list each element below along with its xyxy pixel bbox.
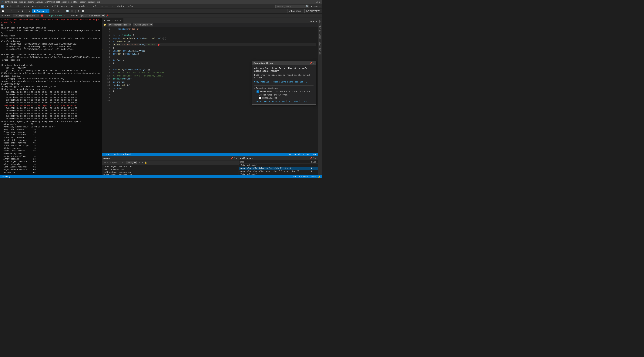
output-close-icon[interactable]: ✕ bbox=[236, 157, 237, 160]
call-stack-row[interactable]: example3.exe!main(int argc, char * * arg… bbox=[239, 170, 318, 173]
issues-indicator[interactable]: ⚠ No issues found bbox=[111, 153, 130, 156]
line-ending[interactable]: CRLF bbox=[312, 154, 316, 156]
menu-help[interactable]: Help bbox=[126, 5, 134, 8]
threads-icon[interactable]: ≡ bbox=[77, 9, 81, 13]
minimize-btn[interactable]: ─ bbox=[313, 0, 315, 4]
terminal-line: Stack right redzone: f3 bbox=[1, 139, 101, 142]
pin-icon[interactable]: 📌 bbox=[106, 14, 109, 17]
terminal-panel: =76188==ERROR: AddressSanitizer: stack-u… bbox=[0, 18, 102, 175]
tab-label: example3.cpp bbox=[104, 19, 119, 22]
search-input[interactable] bbox=[276, 5, 309, 8]
thread-dropdown[interactable]: [49724] Main Thread bbox=[80, 14, 104, 17]
gutter-line bbox=[102, 32, 104, 36]
scroll-left-icon[interactable]: ◀ bbox=[310, 20, 312, 23]
app-title: example3 bbox=[311, 5, 321, 8]
files-dropdown[interactable]: Miscellaneous Files bbox=[108, 23, 131, 26]
chevron-down-icon[interactable]: ▼ bbox=[254, 88, 255, 89]
call-stack-row[interactable]: [External Code] bbox=[239, 164, 318, 167]
output-source-dropdown[interactable]: Debug bbox=[126, 161, 137, 164]
notification-icon[interactable]: 🔔 bbox=[318, 176, 320, 178]
close-all-icon[interactable]: ✕ bbox=[315, 20, 318, 23]
terminal-line: Shadow byte legend (one shadow byte repr… bbox=[1, 120, 101, 123]
menu-file[interactable]: File bbox=[6, 5, 14, 8]
nav-fwd-icon[interactable]: ▶ bbox=[21, 9, 25, 13]
output-panel-controls: 📌 □ ✕ bbox=[230, 157, 237, 160]
code-line-1: #include <stdio.h> bbox=[113, 28, 316, 31]
exception-desc-title: Address Sanitizer Error: Use of out-of-s… bbox=[254, 67, 314, 72]
menu-extensions[interactable]: Extensions bbox=[100, 5, 115, 8]
title-bar: ⬡ C:\MSDN\cpp-docs-pr\docs\c-language\AS… bbox=[0, 0, 322, 4]
output-pin-icon[interactable]: 📌 bbox=[230, 157, 233, 160]
stop-icon[interactable]: ⬛ bbox=[70, 9, 74, 13]
start-icon[interactable]: ▶ bbox=[28, 9, 32, 13]
solution-explorer-btn[interactable]: Solution Explorer bbox=[319, 19, 321, 40]
output-maximize-icon[interactable]: □ bbox=[234, 157, 235, 160]
edit-conditions-link[interactable]: Edit Conditions bbox=[288, 100, 306, 102]
title-path: C:\MSDN\cpp-docs-pr\docs\c-language\ASAN… bbox=[5, 1, 313, 3]
redo-icon[interactable]: ↪ bbox=[10, 9, 14, 13]
copy-details-link[interactable]: Copy Details bbox=[254, 81, 269, 83]
open-exception-settings-link[interactable]: Open Exception Settings bbox=[256, 100, 285, 102]
break-on-throw-checkbox[interactable] bbox=[256, 90, 259, 93]
menu-analyze[interactable]: Analyze bbox=[78, 5, 90, 8]
live-share-button[interactable]: ↗ Live Share bbox=[287, 9, 303, 13]
call-stack-pin-icon[interactable]: 📌 bbox=[310, 157, 312, 160]
spacing-mode[interactable]: SPC bbox=[306, 154, 310, 156]
menu-tools[interactable]: Tools bbox=[90, 5, 99, 8]
maximize-btn[interactable]: □ bbox=[316, 0, 318, 4]
nav-back-icon[interactable]: ◀ bbox=[16, 9, 20, 13]
link-separator: | bbox=[271, 81, 272, 83]
live-share-session-link[interactable]: Start Live Share session... bbox=[274, 81, 307, 83]
menu-git[interactable]: Git bbox=[31, 5, 38, 8]
example3exe-checkbox[interactable] bbox=[259, 97, 261, 99]
close-btn[interactable]: ✕ bbox=[319, 0, 320, 4]
call-stack-row[interactable]: [External Code] bbox=[239, 173, 318, 175]
continue-button[interactable]: ▶ Continue ▼ bbox=[32, 9, 50, 13]
tab-close-icon[interactable]: ✕ bbox=[120, 19, 121, 22]
vs-icon: ⬡ bbox=[2, 1, 4, 4]
call-stack-row-active[interactable]: example3.exe!IntHolder::~IntHolder() Lin… bbox=[239, 167, 318, 170]
output-panel-header: Output 📌 □ ✕ bbox=[102, 156, 238, 160]
call-stack-header: Call Stack 📌 □ ✕ bbox=[239, 156, 318, 160]
clear-output-icon[interactable]: ⊗ bbox=[139, 162, 140, 164]
terminal-line: 0x3025ff40: 00 00 00 00 00 00 00 00 00 0… bbox=[1, 107, 101, 110]
toggle-word-wrap-icon[interactable]: ≡ bbox=[142, 162, 143, 164]
code-editor[interactable]: ➜ 12345 678910 1112131415 1617181920 212… bbox=[102, 27, 318, 153]
scroll-right-icon[interactable]: ▶ bbox=[312, 20, 315, 23]
continue-dropdown-icon[interactable]: ▼ bbox=[46, 10, 47, 12]
undo-icon[interactable]: ↩ bbox=[5, 9, 10, 13]
menu-debug[interactable]: Debug bbox=[60, 5, 69, 8]
pin-popup-icon[interactable]: 📌 bbox=[309, 62, 312, 64]
exception-popup: Exception Thrown 📌 ✕ Address Sanitizer E… bbox=[252, 61, 316, 104]
lifecycle-label[interactable]: Lifecycle Events bbox=[45, 14, 65, 17]
exception-full-error-desc: Full error details can be found in the o… bbox=[254, 74, 314, 78]
step-out-icon[interactable]: ⬆ bbox=[61, 9, 65, 13]
menu-build[interactable]: Build bbox=[50, 5, 59, 8]
menu-edit[interactable]: Edit bbox=[14, 5, 22, 8]
add-source-control[interactable]: Add to Source Control bbox=[293, 176, 317, 178]
close-popup-btn[interactable]: ✕ bbox=[313, 62, 314, 64]
call-stack-close-icon[interactable]: ✕ bbox=[315, 157, 316, 160]
save-icon[interactable]: 💾 bbox=[1, 9, 5, 13]
step-over-icon[interactable]: ⤵ bbox=[52, 9, 56, 13]
menu-project[interactable]: Project bbox=[38, 5, 50, 8]
cs-name: [External Code] bbox=[239, 173, 310, 175]
int-preview-button[interactable]: INT PREVIEW bbox=[304, 9, 321, 13]
output-title: Output bbox=[104, 157, 111, 160]
process-dropdown[interactable]: [76188] example3.exe bbox=[13, 14, 39, 17]
menu-window[interactable]: Window bbox=[115, 5, 126, 8]
tab-example3cpp[interactable]: example3.cpp ✕ bbox=[102, 18, 124, 23]
lock-output-icon[interactable]: 🔒 bbox=[144, 162, 147, 164]
menu-view[interactable]: View bbox=[22, 5, 30, 8]
terminal-line: SUMMARY: AddressSanitizer: stack-use-aft… bbox=[1, 80, 101, 85]
zoom-level[interactable]: 111 % bbox=[104, 154, 109, 156]
call-stack-maximize-icon[interactable]: □ bbox=[313, 157, 314, 160]
menu-test[interactable]: Test bbox=[69, 5, 77, 8]
restart-icon[interactable]: 🔄 bbox=[66, 9, 70, 13]
breakpoints-icon[interactable]: ⬤ bbox=[81, 9, 85, 13]
scope-dropdown[interactable]: (Global Scope) bbox=[133, 23, 152, 26]
step-into-icon[interactable]: ⬇ bbox=[56, 9, 60, 13]
team-explorer-btn[interactable]: Team Explorer bbox=[319, 41, 321, 58]
terminal-line: Address 0x012ff9b8 is located at offset … bbox=[1, 53, 101, 56]
git-icon: ⎇ bbox=[2, 176, 4, 178]
